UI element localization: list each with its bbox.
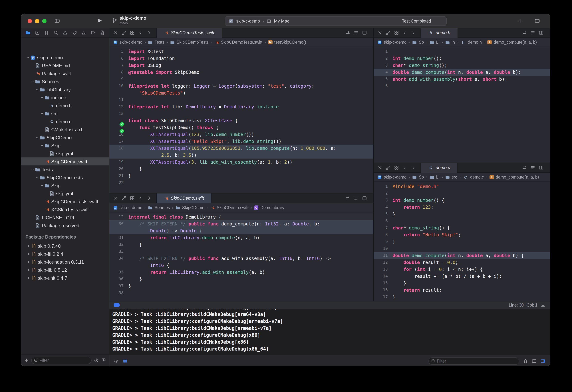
debug-console[interactable]: GRADLE> > Task :LibCLibrary:configureCMa…	[109, 309, 550, 355]
back-icon[interactable]	[138, 196, 143, 201]
line-number[interactable]: 5	[374, 77, 393, 82]
activity-view[interactable]: skip-c-demo › My Mac Test Completed	[224, 16, 447, 26]
close-icon[interactable]	[377, 165, 382, 170]
expand-icon[interactable]	[386, 30, 391, 35]
scheme-branch-area[interactable]: skip-c-demo main	[112, 16, 146, 25]
console-filter-input[interactable]	[437, 359, 517, 363]
code-line[interactable]: Int16 {	[109, 262, 373, 269]
source-control-filter-icon[interactable]	[101, 358, 106, 363]
code-line[interactable]: 1#include "demo.h"	[374, 183, 550, 190]
expand-icon[interactable]	[386, 165, 391, 170]
window-minimize-button[interactable]	[35, 19, 39, 23]
tree-item-readme-md[interactable]: README.md	[21, 62, 109, 69]
code-line[interactable]: 13	[109, 110, 373, 117]
line-number[interactable]: 36	[109, 277, 128, 281]
run-button[interactable]: ▶	[98, 17, 102, 23]
breadcrumb-item[interactable]: src	[452, 175, 457, 179]
line-number[interactable]: 3	[374, 63, 393, 68]
code-line[interactable]: "SkipCDemoTests")	[109, 89, 373, 96]
code-line[interactable]: 7import OSLog	[109, 62, 373, 69]
recent-files-clock-icon[interactable]	[94, 358, 99, 363]
code-line[interactable]: 38	[109, 290, 373, 296]
disclosure-chevron-icon[interactable]	[35, 87, 40, 92]
window-close-button[interactable]	[28, 19, 32, 23]
navigator-filter-input[interactable]	[40, 358, 89, 362]
code-line[interactable]: 7char* demo_string() {	[374, 224, 550, 231]
breadcrumb-item[interactable]: skip-c-demo	[120, 40, 142, 44]
line-number[interactable]: 10	[109, 84, 128, 88]
disclosure-chevron-icon[interactable]	[35, 175, 40, 180]
breadcrumb-item[interactable]: SkipCDemoTests.swift	[221, 40, 262, 44]
breadcrumb-item[interactable]: So	[419, 40, 424, 44]
tree-item-skip-yml[interactable]: skip.yml	[21, 149, 109, 157]
line-number[interactable]: 8	[109, 70, 128, 75]
line-number[interactable]: 33	[109, 249, 128, 254]
line-number[interactable]: 15	[374, 281, 393, 285]
code-line[interactable]: 5import XCTest	[109, 48, 373, 55]
line-number[interactable]: 13	[374, 267, 393, 272]
disclosure-chevron-icon[interactable]	[25, 55, 30, 60]
back-icon[interactable]	[402, 30, 407, 35]
line-number[interactable]: 12	[109, 104, 128, 109]
code-line[interactable]: 34 /* SKIP EXTERN */ public func add_wit…	[109, 255, 373, 262]
line-number[interactable]: 1	[374, 184, 393, 189]
line-number[interactable]: 32	[109, 242, 128, 247]
list-icon[interactable]	[354, 30, 359, 35]
compare-icon[interactable]	[522, 165, 527, 170]
tree-item-xcskiptests-swift[interactable]: XCSkipTests.swift	[21, 205, 109, 213]
line-number[interactable]: 5	[109, 49, 128, 54]
line-number[interactable]: 6	[374, 84, 393, 88]
line-number[interactable]: 17	[109, 139, 128, 144]
navigator-tab-bpflag-icon[interactable]	[90, 30, 95, 35]
tree-item-skipcdemotests-swift[interactable]: SkipCDemoTests.swift	[21, 197, 109, 205]
back-icon[interactable]	[402, 165, 407, 170]
tree-item-package-swift[interactable]: Package.swift	[21, 69, 109, 78]
navigator-tab-bookmark-icon[interactable]	[44, 30, 49, 35]
code-line[interactable]: 18 XCTAssertEqual(105.95723590826853, li…	[109, 145, 373, 152]
code-line[interactable]: 12fileprivate let lib: DemoLibrary = Dem…	[109, 103, 373, 110]
dependency-item-skip-lib[interactable]: skip-lib 0.5.12	[21, 266, 109, 274]
code-editor[interactable]: 1#include "demo.h"23int demo_number() {4…	[374, 182, 550, 301]
line-number[interactable]: 9	[109, 77, 128, 82]
navigator-tab-flask-icon[interactable]	[81, 30, 86, 35]
breadcrumb-item[interactable]: in	[452, 40, 455, 44]
addeditor-icon[interactable]	[362, 30, 367, 35]
code-line[interactable]: 8 return "Hello Skip!";	[374, 231, 550, 238]
breadcrumb-item[interactable]: DemoLibrary	[260, 205, 284, 210]
code-line[interactable]: 37}	[109, 282, 373, 290]
code-line[interactable]: 17}	[374, 294, 550, 300]
line-number[interactable]: 2	[374, 191, 393, 196]
code-line[interactable]: 36 }	[109, 276, 373, 282]
editor-layout-icon[interactable]	[535, 18, 540, 24]
grid-icon[interactable]	[394, 30, 399, 35]
line-number[interactable]: 2	[374, 56, 393, 61]
code-line[interactable]: 6	[374, 217, 550, 224]
code-line[interactable]: 20 }	[109, 165, 373, 172]
disclosure-chevron-icon[interactable]	[26, 251, 31, 256]
code-line[interactable]: 16 return result;	[374, 287, 550, 294]
navigator-tab-search-icon[interactable]	[53, 30, 58, 35]
console-filter-menu-icon[interactable]	[431, 359, 435, 363]
tree-item-include[interactable]: include	[21, 94, 109, 101]
breadcrumb-item[interactable]: So	[419, 175, 424, 179]
grid-icon[interactable]	[130, 196, 135, 201]
add-file-icon[interactable]	[24, 358, 29, 363]
line-number[interactable]: 16	[374, 288, 393, 292]
tree-item-cmakelists-txt[interactable]: CMakeLists.txt	[21, 125, 109, 133]
code-line[interactable]: 11double demo_compute(int n, double a, d…	[374, 252, 550, 259]
tree-item-src[interactable]: src	[21, 110, 109, 117]
editor-tab[interactable]: SkipCDemo.swift	[156, 193, 212, 203]
line-number[interactable]: 21	[109, 173, 128, 178]
breadcrumb-item[interactable]: SkipCDemoTests	[177, 40, 209, 44]
line-number[interactable]: 19	[109, 160, 128, 164]
tree-item-license-lgpl[interactable]: LICENSE.LGPL	[21, 213, 109, 221]
dependency-item-skip-ffi[interactable]: skip-ffi 0.2.4	[21, 250, 109, 258]
breadcrumb-item[interactable]: demo_compute(n, a, b)	[496, 175, 539, 179]
code-line[interactable]: 31 return LibCLibrary.demo_compute(n, a,…	[109, 234, 373, 241]
compare-icon[interactable]	[522, 30, 527, 35]
navigator-tab-folder-icon[interactable]	[25, 30, 31, 35]
filter-menu-icon[interactable]	[34, 358, 38, 362]
forward-icon[interactable]	[146, 196, 152, 201]
line-number[interactable]: 37	[109, 284, 128, 288]
addeditor-icon[interactable]	[539, 30, 544, 35]
